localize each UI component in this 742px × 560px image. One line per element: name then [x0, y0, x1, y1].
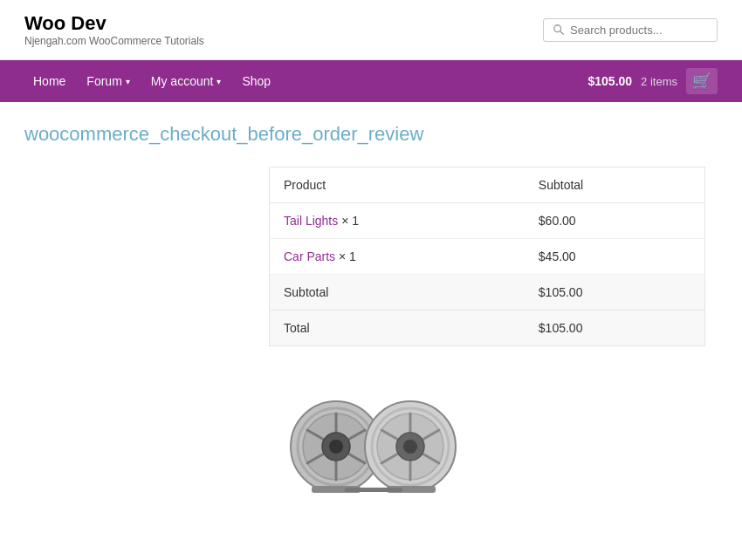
product-name[interactable]: Car Parts	[284, 249, 335, 263]
nav-right: $105.00 2 items 🛒	[587, 68, 718, 94]
subtotal-row: Subtotal $105.00	[270, 275, 704, 311]
product-name[interactable]: Tail Lights	[284, 214, 338, 228]
total-row: Total $105.00	[270, 311, 704, 346]
table-row: Tail Lights × 1 $60.00	[270, 203, 704, 239]
product-image	[258, 381, 484, 495]
total-label: Total	[270, 311, 525, 346]
product-price-cell: $60.00	[525, 203, 704, 239]
product-image-svg	[258, 381, 484, 503]
site-header: Woo Dev Njengah.com WooCommerce Tutorial…	[0, 0, 742, 60]
svg-line-1	[560, 31, 563, 34]
col-header-product: Product	[270, 167, 525, 203]
search-input[interactable]	[570, 24, 710, 37]
nav-left: Home Forum ▾ My account ▾ Shop	[24, 62, 587, 100]
main-content: woocommerce_checkout_before_order_review…	[0, 102, 742, 516]
subtotal-value: $105.00	[525, 275, 704, 311]
order-table-wrapper: Product Subtotal Tail Lights × 1 $60.00 …	[269, 167, 705, 346]
product-image-area	[24, 381, 718, 495]
product-qty: × 1	[341, 214, 359, 228]
table-header-row: Product Subtotal	[270, 167, 704, 203]
page-hook-title: woocommerce_checkout_before_order_review	[24, 123, 718, 146]
site-title: Woo Dev	[24, 12, 204, 35]
chevron-down-icon: ▾	[126, 77, 130, 86]
table-row: Car Parts × 1 $45.00	[270, 239, 704, 275]
svg-point-0	[554, 25, 561, 32]
svg-point-12	[329, 440, 343, 454]
product-name-cell: Car Parts × 1	[270, 239, 525, 275]
site-branding: Woo Dev Njengah.com WooCommerce Tutorial…	[24, 12, 204, 47]
nav-item-forum[interactable]: Forum ▾	[78, 62, 138, 100]
cart-items-count: 2 items	[641, 75, 677, 88]
nav-item-home[interactable]: Home	[24, 62, 74, 100]
search-box[interactable]	[543, 18, 718, 42]
product-price-cell: $45.00	[525, 239, 704, 275]
subtotal-label: Subtotal	[270, 275, 525, 311]
product-name-cell: Tail Lights × 1	[270, 203, 525, 239]
svg-point-23	[403, 440, 417, 454]
navbar: Home Forum ▾ My account ▾ Shop $105.00 2…	[0, 60, 742, 102]
cart-amount: $105.00	[587, 74, 632, 88]
nav-item-myaccount[interactable]: My account ▾	[142, 62, 230, 100]
total-value: $105.00	[525, 311, 704, 346]
col-header-subtotal: Subtotal	[525, 167, 704, 203]
product-qty: × 1	[339, 249, 356, 263]
search-icon	[553, 24, 565, 36]
cart-icon[interactable]: 🛒	[686, 68, 718, 94]
order-table: Product Subtotal Tail Lights × 1 $60.00 …	[270, 167, 704, 345]
nav-item-shop[interactable]: Shop	[233, 62, 279, 100]
chevron-down-icon: ▾	[216, 77, 221, 86]
svg-rect-26	[345, 488, 402, 492]
site-tagline: Njengah.com WooCommerce Tutorials	[24, 35, 204, 47]
order-table-body: Tail Lights × 1 $60.00 Car Parts × 1 $45…	[270, 203, 704, 346]
